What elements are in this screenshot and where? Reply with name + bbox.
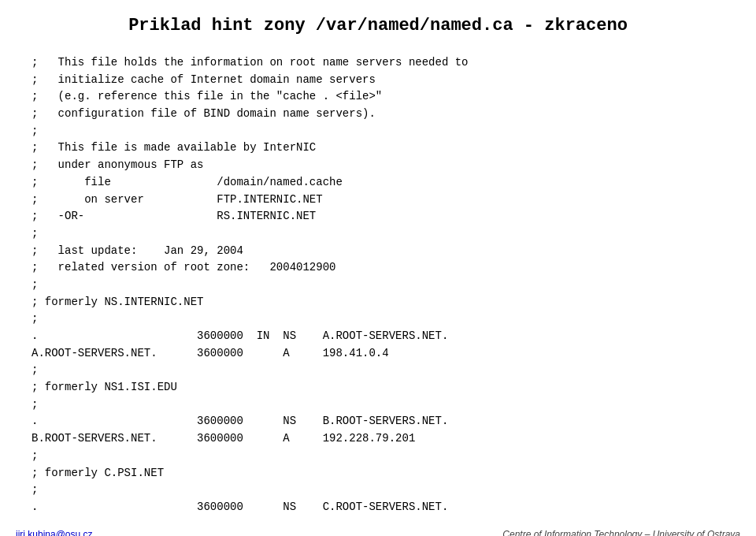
footer-institution: Centre of Information Technology – Unive… [502, 529, 740, 536]
code-content: ; This file holds the information on roo… [32, 54, 724, 516]
page-footer: jiri.kubina@osu.cz Centre of Information… [0, 529, 756, 536]
footer-email-link[interactable]: jiri.kubina@osu.cz [16, 529, 93, 536]
page-title: Priklad hint zony /var/named/named.ca - … [32, 16, 724, 35]
